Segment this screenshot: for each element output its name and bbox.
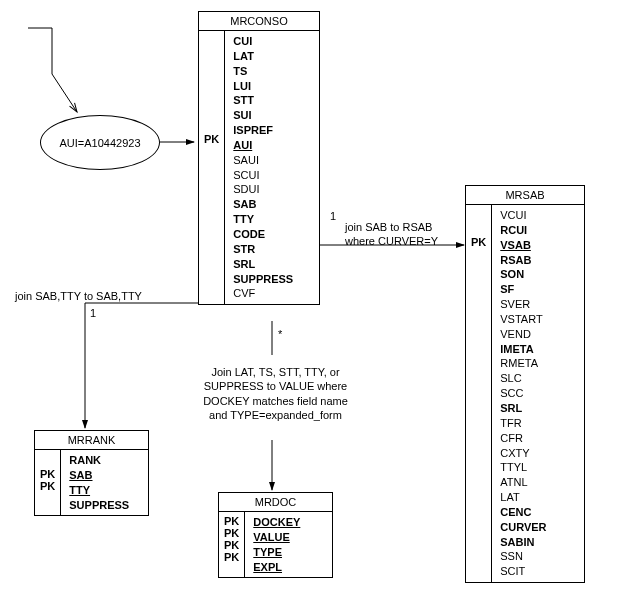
pk-label: PK — [224, 527, 239, 539]
pk-label: PK — [224, 515, 239, 527]
field-vcui: VCUI — [500, 208, 546, 223]
pk-column: PKPKPKPK — [219, 512, 245, 577]
cardinality-star: * — [278, 328, 282, 340]
pk-column: PK — [199, 31, 225, 304]
field-sab: SAB — [69, 468, 129, 483]
entity-title: MRRANK — [35, 431, 148, 450]
entity-title: MRCONSO — [199, 12, 319, 31]
field-rank: RANK — [69, 453, 129, 468]
field-rsab: RSAB — [500, 253, 546, 268]
field-imeta: IMETA — [500, 342, 546, 357]
label-join-doc: Join LAT, TS, STT, TTY, or SUPPRESS to V… — [188, 365, 363, 422]
field-srl: SRL — [233, 257, 293, 272]
field-srl: SRL — [500, 401, 546, 416]
cardinality-1: 1 — [330, 210, 336, 222]
field-slc: SLC — [500, 371, 546, 386]
field-cfr: CFR — [500, 431, 546, 446]
field-sui: SUI — [233, 108, 293, 123]
fields-column: VCUIRCUIVSABRSABSONSFSVERVSTARTVENDIMETA… — [492, 205, 554, 582]
field-type: TYPE — [253, 545, 300, 560]
label-join-sab-rsab: join SAB to RSAB where CURVER=Y — [345, 220, 438, 249]
field-scit: SCIT — [500, 564, 546, 579]
field-tty: TTY — [233, 212, 293, 227]
field-vsab: VSAB — [500, 238, 546, 253]
input-node: AUI=A10442923 — [40, 115, 160, 170]
field-value: VALUE — [253, 530, 300, 545]
entity-mrdoc: MRDOC PKPKPKPK DOCKEYVALUETYPEEXPL — [218, 492, 333, 578]
field-curver: CURVER — [500, 520, 546, 535]
entity-mrsab: MRSAB PK VCUIRCUIVSABRSABSONSFSVERVSTART… — [465, 185, 585, 583]
fields-column: CUILATTSLUISTTSUIISPREFAUISAUISCUISDUISA… — [225, 31, 301, 304]
label-join-sab-tty: join SAB,TTY to SAB,TTY — [15, 289, 142, 303]
field-son: SON — [500, 267, 546, 282]
field-sabin: SABIN — [500, 535, 546, 550]
field-tty: TTY — [69, 483, 129, 498]
field-saui: SAUI — [233, 153, 293, 168]
field-code: CODE — [233, 227, 293, 242]
field-lat: LAT — [500, 490, 546, 505]
field-suppress: SUPPRESS — [69, 498, 129, 513]
field-str: STR — [233, 242, 293, 257]
input-node-text: AUI=A10442923 — [59, 137, 140, 149]
field-dockey: DOCKEY — [253, 515, 300, 530]
field-vstart: VSTART — [500, 312, 546, 327]
field-rcui: RCUI — [500, 223, 546, 238]
field-suppress: SUPPRESS — [233, 272, 293, 287]
pk-column: PK — [466, 205, 492, 582]
entity-mrconso: MRCONSO PK CUILATTSLUISTTSUIISPREFAUISAU… — [198, 11, 320, 305]
pk-label: PK — [40, 468, 55, 480]
field-lat: LAT — [233, 49, 293, 64]
field-ttyl: TTYL — [500, 460, 546, 475]
field-sdui: SDUI — [233, 182, 293, 197]
entity-mrrank: MRRANK PKPK RANKSABTTYSUPPRESS — [34, 430, 149, 516]
pk-column: PKPK — [35, 450, 61, 515]
field-scui: SCUI — [233, 168, 293, 183]
field-rmeta: RMETA — [500, 356, 546, 371]
field-sf: SF — [500, 282, 546, 297]
field-ssn: SSN — [500, 549, 546, 564]
fields-column: DOCKEYVALUETYPEEXPL — [245, 512, 308, 577]
field-tfr: TFR — [500, 416, 546, 431]
field-expl: EXPL — [253, 560, 300, 575]
field-stt: STT — [233, 93, 293, 108]
field-vend: VEND — [500, 327, 546, 342]
field-cenc: CENC — [500, 505, 546, 520]
pk-label: PK — [224, 539, 239, 551]
field-cvf: CVF — [233, 286, 293, 301]
field-scc: SCC — [500, 386, 546, 401]
field-aui: AUI — [233, 138, 293, 153]
pk-label: PK — [40, 480, 55, 492]
cardinality-1: 1 — [90, 307, 96, 319]
entity-title: MRSAB — [466, 186, 584, 205]
field-cui: CUI — [233, 34, 293, 49]
field-atnl: ATNL — [500, 475, 546, 490]
field-cxty: CXTY — [500, 446, 546, 461]
field-lui: LUI — [233, 79, 293, 94]
entity-title: MRDOC — [219, 493, 332, 512]
field-sver: SVER — [500, 297, 546, 312]
field-ts: TS — [233, 64, 293, 79]
fields-column: RANKSABTTYSUPPRESS — [61, 450, 137, 515]
field-ispref: ISPREF — [233, 123, 293, 138]
field-sab: SAB — [233, 197, 293, 212]
pk-label: PK — [224, 551, 239, 563]
